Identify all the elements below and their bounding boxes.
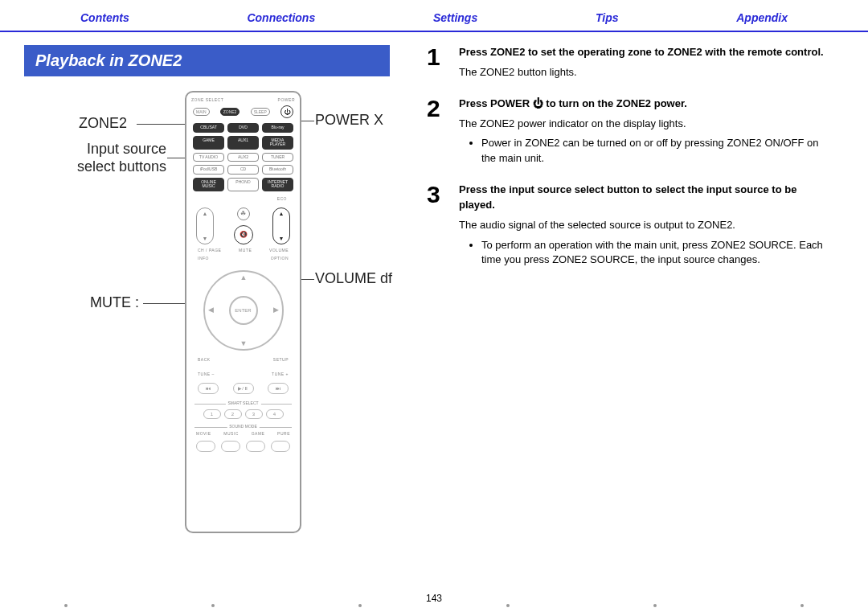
nav-connections[interactable]: Connections [247, 11, 315, 24]
btn-smart-4[interactable]: 4 [266, 409, 284, 419]
page-number: 143 [0, 593, 868, 604]
nav-contents[interactable]: Contents [80, 11, 129, 24]
btn-source-blu-ray[interactable]: Blu-ray [262, 123, 293, 133]
btn-smart-1[interactable]: 1 [203, 409, 221, 419]
callout-volume: VOLUME df [315, 270, 392, 288]
sound-label-movie: MOVIE [196, 431, 211, 436]
zone-select-label: ZONE SELECT [191, 97, 223, 102]
option-label: OPTION [271, 256, 289, 261]
step-3: 3Press the input source select button to… [427, 183, 828, 268]
step-body: Press POWER ⏻ to turn on the ZONE2 power… [459, 97, 828, 166]
sound-label-music: MUSIC [223, 431, 239, 436]
btn-source-phono[interactable]: PHONO [227, 178, 259, 191]
btn-main-zone[interactable]: MAIN [193, 108, 210, 116]
transport-controls: ⏮▶/⏸⏭ [191, 380, 295, 397]
sound-label-pure: PURE [277, 431, 290, 436]
step-2: 2Press POWER ⏻ to turn on the ZONE2 powe… [427, 97, 828, 166]
tune-plus-label: TUNE + [272, 372, 289, 376]
btn-source-dvd[interactable]: DVD [227, 123, 259, 133]
step-bullet: To perform an operation with the main un… [481, 238, 828, 269]
btn-sleep[interactable]: SLEEP [251, 108, 270, 116]
btn-smart-3[interactable]: 3 [245, 409, 263, 419]
remote-control: ZONE SELECT POWER MAIN ZONE2 SLEEP ⏻ CBL… [185, 91, 301, 533]
btn-source-media-player[interactable]: MEDIA PLAYER [262, 136, 293, 150]
step-line: The ZONE2 power indicator on the display… [459, 117, 828, 132]
step-line: The audio signal of the selected source … [459, 218, 828, 233]
sound-label-game: GAME [252, 431, 265, 436]
btn-source-game[interactable]: GAME [193, 136, 224, 150]
volume-label: VOLUME [269, 248, 289, 253]
power-label: POWER [278, 97, 295, 102]
ch-page-label: CH / PAGE [198, 248, 221, 253]
back-label: BACK [198, 357, 211, 362]
footer-dots [0, 604, 868, 607]
step-bullet: Power in ZONE2 can be turned on or off b… [481, 136, 828, 166]
mute-label: MUTE [239, 248, 252, 253]
btn-transport-2[interactable]: ⏭ [268, 383, 289, 394]
top-nav: Contents Connections Settings Tips Appen… [0, 0, 868, 32]
btn-sound-music[interactable] [221, 441, 240, 452]
step-line: The ZONE2 button lights. [459, 65, 824, 80]
callout-power: POWER X [315, 112, 383, 129]
nav-tips[interactable]: Tips [596, 11, 619, 24]
btn-zone2[interactable]: ZONE2 [220, 108, 240, 116]
btn-sound-movie[interactable] [196, 441, 215, 452]
btn-eco[interactable]: ☘ [237, 207, 250, 220]
instruction-steps: 1Press ZONE2 to set the operating zone t… [422, 45, 844, 557]
setup-label: SETUP [273, 357, 289, 362]
step-body: Press ZONE2 to set the operating zone to… [459, 45, 824, 80]
btn-source-tv-audio[interactable]: TV AUDIO [193, 153, 224, 162]
callout-mute: MUTE : [90, 294, 139, 312]
btn-sound-game[interactable] [246, 441, 265, 452]
sound-mode-row [191, 439, 295, 454]
btn-source-tuner[interactable]: TUNER [262, 153, 293, 162]
step-number: 2 [427, 97, 459, 166]
nav-appendix[interactable]: Appendix [736, 11, 788, 24]
btn-power[interactable]: ⏻ [280, 105, 293, 118]
smart-select-label: SMART SELECT [225, 400, 260, 405]
callout-input-source: Input sourceselect buttons [62, 141, 166, 175]
step-number: 1 [427, 45, 459, 80]
smart-select-row: 1234 [191, 408, 295, 421]
ch-page-rocker[interactable]: ▲▼ [196, 207, 214, 244]
btn-source-ipod-usb[interactable]: iPod/USB [193, 165, 224, 175]
btn-mute[interactable]: 🔇 [234, 225, 253, 244]
btn-source-bluetooth[interactable]: Bluetooth [262, 165, 293, 175]
callout-zone2: ZONE2 [79, 115, 127, 133]
btn-enter[interactable]: ENTER [229, 296, 258, 325]
btn-source-online-music[interactable]: ONLINE MUSIC [193, 178, 224, 191]
input-source-grid: CBL/SATDVDBlu-rayGAMEAUX1MEDIA PLAYERTV … [191, 121, 295, 193]
step-body: Press the input source select button to … [459, 183, 828, 268]
sound-mode-label: SOUND MODE [227, 424, 259, 429]
btn-source-aux1[interactable]: AUX1 [227, 136, 259, 150]
btn-transport-1[interactable]: ▶/⏸ [233, 383, 254, 394]
step-number: 3 [427, 183, 459, 268]
nav-settings[interactable]: Settings [433, 11, 477, 24]
btn-sound-pure[interactable] [271, 441, 290, 452]
btn-source-cbl-sat[interactable]: CBL/SAT [193, 123, 224, 133]
btn-source-aux2[interactable]: AUX2 [227, 153, 259, 162]
step-heading: Press POWER ⏻ to turn on the ZONE2 power… [459, 97, 828, 112]
eco-label: ECO [277, 196, 287, 201]
step-bullets: To perform an operation with the main un… [459, 238, 828, 269]
remote-diagram: ZONE2 Input sourceselect buttons MUTE : … [24, 91, 422, 557]
volume-rocker[interactable]: ▲▼ [272, 207, 290, 244]
info-label: INFO [198, 256, 209, 261]
dpad[interactable]: ▲ ▼ ◀ ▶ ENTER [203, 270, 284, 351]
step-heading: Press the input source select button to … [459, 183, 828, 213]
btn-source-cd[interactable]: CD [227, 165, 259, 175]
btn-transport-0[interactable]: ⏮ [198, 383, 219, 394]
step-bullets: Power in ZONE2 can be turned on or off b… [459, 136, 828, 166]
section-title: Playback in ZONE2 [24, 45, 390, 76]
btn-smart-2[interactable]: 2 [224, 409, 242, 419]
btn-source-internet-radio[interactable]: INTERNET RADIO [262, 178, 293, 191]
tune-minus-label: TUNE – [198, 372, 215, 376]
step-1: 1Press ZONE2 to set the operating zone t… [427, 45, 828, 80]
step-heading: Press ZONE2 to set the operating zone to… [459, 45, 824, 60]
